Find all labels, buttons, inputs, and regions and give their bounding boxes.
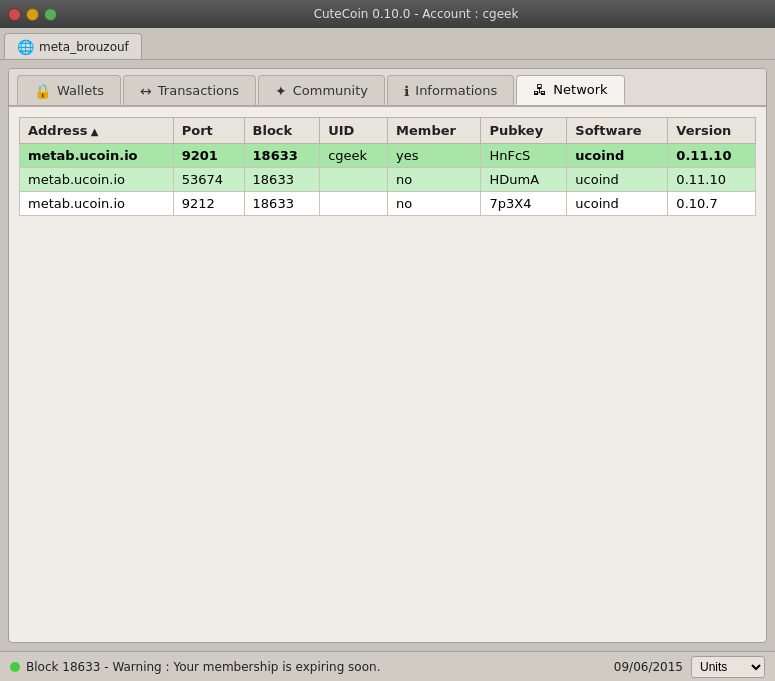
table-cell: HDumA	[481, 168, 567, 192]
col-uid[interactable]: UID	[320, 118, 388, 144]
table-cell: metab.ucoin.io	[20, 192, 174, 216]
table-row[interactable]: metab.ucoin.io5367418633noHDumAucoind0.1…	[20, 168, 756, 192]
info-icon: ℹ	[404, 83, 409, 99]
status-date: 09/06/2015	[614, 660, 683, 674]
table-cell: 18633	[244, 168, 320, 192]
col-software[interactable]: Software	[567, 118, 668, 144]
minimize-button[interactable]	[26, 8, 39, 21]
tab-network[interactable]: 🖧 Network	[516, 75, 624, 105]
table-cell: no	[388, 168, 481, 192]
tab-informations[interactable]: ℹ Informations	[387, 75, 514, 105]
app-tab-meta-brouzouf[interactable]: 🌐 meta_brouzouf	[4, 33, 142, 59]
table-container: Address Port Block UID Member Pubkey Sof…	[9, 107, 766, 642]
window-title: CuteCoin 0.10.0 - Account : cgeek	[65, 7, 767, 21]
table-cell: cgeek	[320, 144, 388, 168]
main-content: 🔒 Wallets ↔ Transactions ✦ Community ℹ I…	[0, 60, 775, 651]
globe-icon: 🌐	[17, 39, 33, 55]
maximize-button[interactable]	[44, 8, 57, 21]
table-cell: metab.ucoin.io	[20, 168, 174, 192]
table-cell: HnFcS	[481, 144, 567, 168]
table-cell: 0.10.7	[668, 192, 756, 216]
panel: 🔒 Wallets ↔ Transactions ✦ Community ℹ I…	[8, 68, 767, 643]
tab-wallets[interactable]: 🔒 Wallets	[17, 75, 121, 105]
table-cell: 18633	[244, 192, 320, 216]
table-cell: no	[388, 192, 481, 216]
table-cell: ucoind	[567, 144, 668, 168]
status-dot	[10, 662, 20, 672]
units-select[interactable]: Units Relative	[691, 656, 765, 678]
exchange-icon: ↔	[140, 83, 152, 99]
table-row[interactable]: metab.ucoin.io921218633no7p3X4ucoind0.10…	[20, 192, 756, 216]
status-left: Block 18633 - Warning : Your membership …	[10, 660, 380, 674]
table-cell	[320, 192, 388, 216]
tab-community-label: Community	[293, 83, 368, 98]
table-cell: 18633	[244, 144, 320, 168]
app-tab-label: meta_brouzouf	[39, 40, 129, 54]
col-member[interactable]: Member	[388, 118, 481, 144]
close-button[interactable]	[8, 8, 21, 21]
status-right: 09/06/2015 Units Relative	[614, 656, 765, 678]
network-icon: 🖧	[533, 82, 547, 98]
titlebar: CuteCoin 0.10.0 - Account : cgeek	[0, 0, 775, 28]
tab-informations-label: Informations	[415, 83, 497, 98]
titlebar-buttons	[8, 8, 57, 21]
table-header-row: Address Port Block UID Member Pubkey Sof…	[20, 118, 756, 144]
table-row[interactable]: metab.ucoin.io920118633cgeekyesHnFcSucoi…	[20, 144, 756, 168]
nav-tabs: 🔒 Wallets ↔ Transactions ✦ Community ℹ I…	[9, 69, 766, 107]
statusbar: Block 18633 - Warning : Your membership …	[0, 651, 775, 681]
status-message: Block 18633 - Warning : Your membership …	[26, 660, 380, 674]
table-cell: ucoind	[567, 168, 668, 192]
col-pubkey[interactable]: Pubkey	[481, 118, 567, 144]
col-version[interactable]: Version	[668, 118, 756, 144]
network-table: Address Port Block UID Member Pubkey Sof…	[19, 117, 756, 216]
col-block[interactable]: Block	[244, 118, 320, 144]
lock-icon: 🔒	[34, 83, 51, 99]
tab-transactions-label: Transactions	[158, 83, 239, 98]
table-cell: metab.ucoin.io	[20, 144, 174, 168]
tab-transactions[interactable]: ↔ Transactions	[123, 75, 256, 105]
table-cell: ucoind	[567, 192, 668, 216]
tab-wallets-label: Wallets	[57, 83, 104, 98]
table-cell: 0.11.10	[668, 168, 756, 192]
col-port[interactable]: Port	[173, 118, 244, 144]
table-cell: yes	[388, 144, 481, 168]
table-cell: 7p3X4	[481, 192, 567, 216]
col-address[interactable]: Address	[20, 118, 174, 144]
community-icon: ✦	[275, 83, 287, 99]
app-tabbar: 🌐 meta_brouzouf	[0, 28, 775, 60]
tab-network-label: Network	[553, 82, 607, 97]
table-cell: 9201	[173, 144, 244, 168]
table-cell: 9212	[173, 192, 244, 216]
tab-community[interactable]: ✦ Community	[258, 75, 385, 105]
table-cell	[320, 168, 388, 192]
table-cell: 0.11.10	[668, 144, 756, 168]
table-cell: 53674	[173, 168, 244, 192]
